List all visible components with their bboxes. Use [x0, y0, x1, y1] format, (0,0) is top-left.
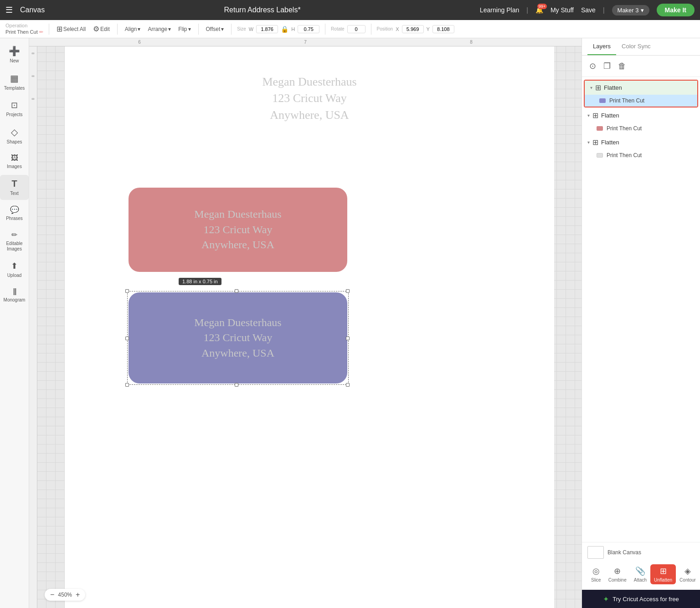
- contour-icon: ◈: [685, 566, 691, 576]
- sidebar-item-phrases[interactable]: 💬 Phrases: [0, 202, 29, 225]
- layer-child-3-label: Print Then Cut: [607, 152, 642, 158]
- rotate-group: Rotate: [331, 25, 365, 33]
- save-button[interactable]: Save: [581, 6, 596, 14]
- layer-group-2-header[interactable]: ▾ ⊞ Flatten: [582, 108, 700, 123]
- ruler-left-mark2: ∞: [31, 74, 34, 78]
- handle-tr[interactable]: [346, 289, 350, 293]
- app-title: Canvas: [20, 6, 45, 14]
- ruler-mark-7: 7: [304, 40, 307, 45]
- size-w-input[interactable]: [256, 25, 278, 33]
- images-icon: 🖼: [11, 154, 18, 162]
- sidebar-item-shapes[interactable]: ◇ Shapes: [0, 123, 29, 148]
- ruler-left: ∞ ∞ ∞: [29, 46, 37, 608]
- canvas-body: ∞ ∞ ∞ Megan Duesterhaus123 Cricut WayAny…: [29, 46, 582, 608]
- position-label: Position: [377, 26, 393, 31]
- sidebar-item-projects[interactable]: ⊡ Projects: [0, 97, 29, 121]
- notification-bell[interactable]: 🔔99+: [535, 6, 543, 14]
- sidebar-label-monogram: Monogram: [4, 297, 26, 303]
- panel-icons-row: ⊙ ❐ 🗑: [582, 56, 700, 77]
- tab-color-sync[interactable]: Color Sync: [616, 38, 656, 55]
- shapes-icon: ◇: [11, 127, 18, 138]
- delete-button[interactable]: 🗑: [616, 59, 628, 73]
- sidebar-item-images[interactable]: 🖼 Images: [0, 150, 29, 173]
- doc-title[interactable]: Return Address Labels*: [52, 6, 473, 14]
- ruler-left-mark1: ∞: [31, 51, 34, 56]
- handle-bm[interactable]: [235, 383, 238, 387]
- sidebar-item-templates[interactable]: ▦ Templates: [0, 69, 29, 95]
- ruler-top: 6 7 8: [29, 38, 582, 46]
- lock-icon: 🔒: [281, 26, 288, 33]
- flip-button[interactable]: Flip ▾: [176, 25, 192, 33]
- combine-icon: ⊕: [614, 566, 621, 576]
- chevron-2: ▾: [587, 113, 590, 118]
- cricut-banner[interactable]: ✦ Try Cricut Access for free: [582, 590, 700, 608]
- rotate-input[interactable]: [347, 25, 365, 33]
- layer-group-2: ▾ ⊞ Flatten Print Then Cut: [582, 108, 700, 134]
- offset-button[interactable]: Offset ▾: [204, 25, 226, 33]
- machine-selector[interactable]: Maker 3 ▾: [612, 5, 649, 15]
- cricut-banner-text: Try Cricut Access for free: [612, 596, 679, 603]
- sidebar-item-new[interactable]: ➕ New: [0, 42, 29, 67]
- handle-br[interactable]: [346, 383, 350, 387]
- zoom-out-button[interactable]: −: [50, 591, 54, 599]
- operation-group: Operation Print Then Cut ✏: [5, 23, 43, 35]
- duplicate-button[interactable]: ❐: [602, 59, 612, 73]
- nav-right: Learning Plan | 🔔99+ My Stuff Save | Mak…: [480, 4, 695, 16]
- tab-layers[interactable]: Layers: [587, 38, 616, 55]
- zoom-level: 450%: [58, 592, 72, 598]
- my-stuff[interactable]: My Stuff: [551, 6, 574, 14]
- zoom-in-button[interactable]: +: [76, 591, 80, 599]
- handle-ml[interactable]: [125, 337, 129, 340]
- edit-button[interactable]: ⚙ Edit: [91, 24, 112, 34]
- attach-button[interactable]: 📎 Attach: [630, 564, 650, 584]
- sidebar-label-text: Text: [10, 191, 18, 196]
- size-h-label: H: [291, 26, 295, 32]
- select-all-button[interactable]: ⊞ Select All: [55, 24, 88, 34]
- action-bar: ◎ Slice ⊕ Combine 📎 Attach ⊞ Unflatten ◈: [587, 562, 695, 586]
- size-group: Size W 🔒 H: [237, 25, 319, 33]
- unflatten-label: Unflatten: [654, 577, 672, 582]
- flatten-icon-2: ⊞: [592, 111, 598, 120]
- layer-child-1[interactable]: Print Then Cut: [585, 95, 697, 107]
- pos-y-input[interactable]: [432, 25, 454, 33]
- arrange-button[interactable]: Arrange ▾: [146, 25, 173, 33]
- handle-tm[interactable]: [235, 289, 238, 293]
- align-button[interactable]: Align ▾: [123, 25, 143, 33]
- layer-group-3-header[interactable]: ▾ ⊞ Flatten: [582, 135, 700, 149]
- handle-mr[interactable]: [346, 337, 350, 340]
- layer-group-1: ▾ ⊞ Flatten Print Then Cut: [584, 80, 698, 107]
- slice-button[interactable]: ◎ Slice: [587, 564, 605, 584]
- sidebar-item-editable-images[interactable]: ✏ Editable Images: [0, 227, 29, 255]
- flatten-icon-3: ⊞: [592, 138, 598, 147]
- canvas-area[interactable]: 6 7 8 ∞ ∞ ∞ Megan Duesterhaus123 Cricut …: [29, 38, 582, 608]
- design-card-blue[interactable]: Megan Duesterhaus123 Cricut WayAnywhere,…: [129, 292, 347, 383]
- layer-group-1-header[interactable]: ▾ ⊞ Flatten: [585, 81, 697, 95]
- unflatten-button[interactable]: ⊞ Unflatten: [650, 564, 676, 584]
- layer-child-3[interactable]: Print Then Cut: [582, 149, 700, 161]
- menu-icon[interactable]: ☰: [5, 5, 13, 15]
- handle-bl[interactable]: [125, 383, 129, 387]
- contour-button[interactable]: ◈ Contour: [676, 564, 700, 584]
- text-icon: T: [11, 179, 17, 189]
- design-card-pink[interactable]: Megan Duesterhaus123 Cricut WayAnywhere,…: [129, 188, 347, 272]
- color-dot-2: [597, 126, 603, 131]
- sidebar-item-upload[interactable]: ⬆ Upload: [0, 257, 29, 282]
- deselect-button[interactable]: ⊙: [587, 59, 598, 73]
- sidebar-label-templates: Templates: [4, 86, 25, 91]
- canvas-surface[interactable]: Megan Duesterhaus123 Cricut WayAnywhere,…: [37, 46, 582, 608]
- layer-group-3-label: Flatten: [601, 139, 619, 146]
- make-it-button[interactable]: Make It: [657, 4, 695, 16]
- combine-button[interactable]: ⊕ Combine: [605, 564, 630, 584]
- pos-x-input[interactable]: [402, 25, 424, 33]
- edit-icon: ⚙: [93, 25, 99, 33]
- sidebar-item-monogram[interactable]: ||| Monogram: [0, 284, 29, 307]
- handle-tl[interactable]: [125, 289, 129, 293]
- size-h-input[interactable]: [298, 25, 319, 33]
- panel-tabs: Layers Color Sync: [582, 38, 700, 56]
- new-icon: ➕: [9, 46, 20, 56]
- sidebar-item-text[interactable]: T Text: [0, 175, 29, 200]
- projects-icon: ⊡: [11, 100, 18, 110]
- layer-child-2[interactable]: Print Then Cut: [582, 123, 700, 134]
- position-group: Position X Y: [377, 25, 454, 33]
- learning-plan[interactable]: Learning Plan: [480, 6, 519, 14]
